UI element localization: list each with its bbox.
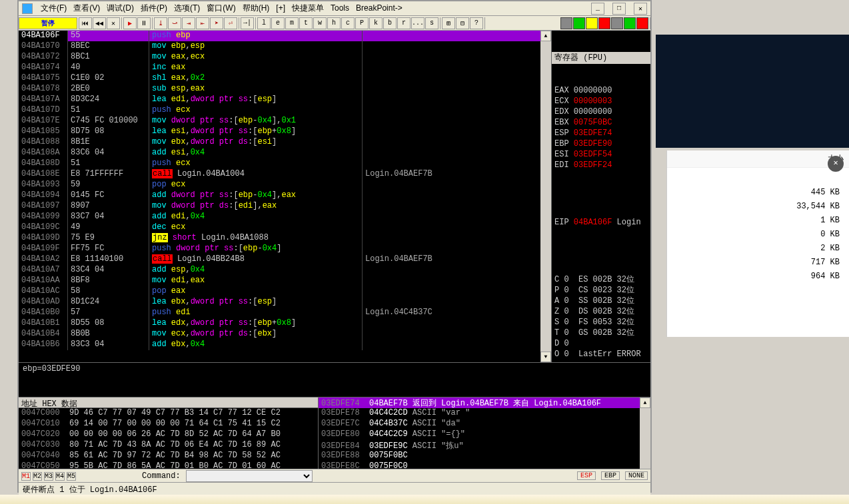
disasm-row[interactable]: 04BA10B48B0Bmov ecx,dword ptr ds:[ebx] (19, 329, 551, 340)
disasm-row[interactable]: 04BA109FFF75 FCpush dword ptr ss:[ebp-0x… (19, 244, 551, 254)
disasm-row[interactable]: 04BA10AC58pop eax (19, 286, 551, 297)
menu-t[interactable]: 选项(T) (174, 3, 200, 13)
minimize-button[interactable]: _ (591, 3, 604, 15)
file-list-panel[interactable]: ✕ 大小 445 KB33,544 KB1 KB0 KB2 KB717 KB96… (666, 150, 849, 337)
view-t-button[interactable]: t (299, 17, 313, 29)
disassembly-pane[interactable]: 04BA106F55push ebp04BA10708BECmov ebp,es… (19, 31, 552, 362)
menu-f[interactable]: 文件(F) (41, 3, 67, 13)
disasm-row[interactable]: 04BA10708BECmov ebp,esp (19, 41, 551, 52)
file-list-item[interactable]: 2 KB (667, 242, 849, 256)
maximize-button[interactable]: □ (612, 3, 626, 15)
menu-[interactable]: [+] (276, 3, 285, 13)
mem-tab-m3[interactable]: M3 (44, 472, 53, 481)
disasm-row[interactable]: 04BA10940145 FCadd dword ptr ss:[ebp-0x4… (19, 190, 551, 201)
panel-close-icon[interactable]: ✕ (828, 156, 844, 172)
disasm-scrollbar[interactable]: ▲ ▼ (540, 31, 551, 362)
file-list-item[interactable]: 964 KB (667, 270, 849, 284)
register-line[interactable]: EDX 00000000 (554, 107, 648, 117)
view-s-button[interactable]: s (425, 17, 438, 29)
disasm-row[interactable]: 04BA1075C1E0 02shl eax,0x2 (19, 73, 551, 84)
close-button[interactable]: ✕ (634, 3, 647, 15)
color-btn-5[interactable] (611, 17, 623, 29)
disasm-row[interactable]: 04BA108EE8 71FFFFFFcall Login.04BA1004Lo… (19, 169, 551, 180)
view-r-button[interactable]: r (397, 17, 411, 29)
disasm-row[interactable]: 04BA108D51push ecx (19, 158, 551, 169)
scroll-up-icon[interactable]: ▲ (540, 31, 551, 41)
registers-pane[interactable]: 寄存器 (FPU) EAX 00000000ECX 00000003EDX 00… (552, 31, 650, 362)
view-k-button[interactable]: k (369, 17, 383, 29)
view-h-button[interactable]: h (327, 17, 341, 29)
trace-in-button[interactable]: ⇥ (182, 17, 195, 29)
disasm-row[interactable]: 04BA10888B1Emov ebx,dword ptr ds:[esi] (19, 137, 551, 148)
register-line[interactable]: EBP 03EDFE90 (554, 138, 648, 149)
register-line[interactable]: EAX 00000000 (554, 85, 648, 96)
register-line[interactable]: ESP 03EDFE74 (554, 128, 648, 138)
register-line[interactable]: ESI 03EDFF54 (554, 149, 648, 160)
stack-row[interactable]: 03EDFE84 03EDFE9C ASCII "拣u" (319, 440, 650, 451)
esp-button[interactable]: ESP (577, 471, 596, 480)
disasm-row[interactable]: 04BA109359pop ecx (19, 180, 551, 190)
mem-tab-m5[interactable]: M5 (67, 472, 76, 481)
disasm-row[interactable]: 04BA109983C7 04add edi,0x4 (19, 212, 551, 222)
disasm-row[interactable]: 04BA10B683C3 04add ebx,0x4 (19, 340, 551, 350)
disasm-row[interactable]: 04BA10728BC1mov eax,ecx (19, 52, 551, 63)
disasm-row[interactable]: 04BA107A8D3C24lea edi,dword ptr ss:[esp] (19, 95, 551, 105)
stop-button[interactable]: ✕ (107, 17, 120, 29)
view-b-button[interactable]: b (383, 17, 397, 29)
register-line[interactable]: ECX 00000003 (554, 96, 648, 107)
disasm-row[interactable]: 04BA10858D75 08lea esi,dword ptr ss:[ebp… (19, 126, 551, 137)
color-btn-7[interactable] (636, 17, 648, 29)
view-l-button[interactable]: l (257, 17, 271, 29)
hex-row[interactable]: 0047C030 80 71 AC 7D 43 8A AC 7D 06 E4 A… (19, 440, 318, 451)
pause-button[interactable]: ⏸ (137, 17, 151, 29)
mem-tab-m1[interactable]: M1 (21, 472, 31, 481)
pause-state-badge[interactable]: 暂停 (19, 17, 77, 29)
color-btn-4[interactable] (598, 17, 610, 29)
grid1-button[interactable]: ⊞ (442, 17, 455, 29)
stack-pane[interactable]: 03EDFE74 04BAEF7B 返回到 Login.04BAEF7B 来自 … (319, 397, 650, 469)
hex-row[interactable]: 0047C000 9D 46 C7 77 07 49 C7 77 B3 14 C… (19, 408, 318, 419)
color-btn-6[interactable] (624, 17, 636, 29)
disasm-row[interactable]: 04BA10B057push ediLogin.04C4B37C (19, 308, 551, 318)
mem-tab-m4[interactable]: M4 (55, 472, 65, 481)
file-list-item[interactable]: 717 KB (667, 256, 849, 270)
goto-button[interactable]: →| (241, 17, 254, 29)
disasm-row[interactable]: 04BA106F55push ebp (19, 31, 551, 41)
stack-scrollbar[interactable]: ▲ (640, 397, 650, 469)
disasm-row[interactable]: 04BA10782BE0sub esp,eax (19, 84, 551, 95)
disasm-row[interactable]: 04BA108A83C6 04add esi,0x4 (19, 148, 551, 158)
register-line[interactable]: EBX 0075F0BC (554, 117, 648, 128)
none-button[interactable]: NONE (625, 471, 648, 480)
view-m-button[interactable]: m (285, 17, 299, 29)
menu-tools[interactable]: Tools (331, 3, 349, 13)
menu-p[interactable]: 插件(P) (141, 3, 167, 13)
view-P-button[interactable]: P (355, 17, 369, 29)
file-list-item[interactable]: 445 KB (667, 186, 849, 200)
run-to-button[interactable]: ➤ (210, 17, 223, 29)
menu-d[interactable]: 调试(D) (107, 3, 134, 13)
mem-tab-m2[interactable]: M2 (33, 472, 42, 481)
disasm-row[interactable]: 04BA10A2E8 11140100call Login.04BB24B8Lo… (19, 254, 551, 265)
view-...-button[interactable]: ... (411, 17, 424, 29)
hex-row[interactable]: 0047C050 95 5B AC 7D 86 5A AC 7D 01 B0 A… (19, 461, 318, 469)
register-line[interactable]: EDI 03EDFF24 (554, 160, 648, 170)
ebp-button[interactable]: EBP (601, 471, 620, 480)
file-list-item[interactable]: 0 KB (667, 228, 849, 242)
disasm-row[interactable]: 04BA10978907mov dword ptr ds:[edi],eax (19, 201, 551, 212)
stack-row[interactable]: 03EDFE7C 04C4B37C ASCII "da" (319, 419, 650, 429)
color-btn-1[interactable] (560, 17, 572, 29)
rewind-button[interactable]: ⏮ (79, 17, 92, 29)
taskbar[interactable] (0, 495, 849, 504)
hex-row[interactable]: 0047C040 85 61 AC 7D 97 72 AC 7D B4 98 A… (19, 451, 318, 461)
file-list-item[interactable]: 33,544 KB (667, 200, 849, 214)
hex-row[interactable]: 0047C020 00 00 00 00 06 26 AC 7D 8D 52 A… (19, 429, 318, 440)
rewind2-button[interactable]: ◀◀ (93, 17, 106, 29)
disasm-row[interactable]: 04BA10A783C4 04add esp,0x4 (19, 265, 551, 276)
command-input[interactable] (186, 470, 313, 482)
view-c-button[interactable]: c (341, 17, 355, 29)
menu-w[interactable]: 窗口(W) (207, 3, 235, 13)
trace-over-button[interactable]: ⇤ (196, 17, 209, 29)
step-over-button[interactable]: ⤻ (168, 17, 181, 29)
view-e-button[interactable]: e (271, 17, 285, 29)
disasm-row[interactable]: 04BA107440inc eax (19, 63, 551, 73)
